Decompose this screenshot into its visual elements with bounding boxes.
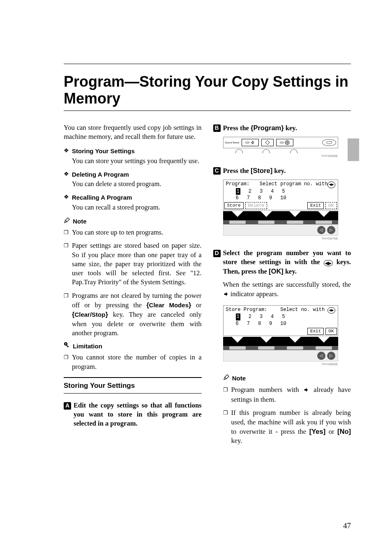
arrow-left-button: ◁ (317, 226, 325, 234)
program-indicator-icon (223, 290, 229, 299)
program-glyph-icon (250, 140, 255, 145)
lcd-num: 2 (249, 188, 251, 195)
step-4: D Select the program number you want to … (213, 249, 351, 276)
lcd-buttons: Store Delete Exit OK (224, 202, 337, 209)
lcd-num: 9 (269, 320, 272, 327)
step-number-icon: B (213, 124, 221, 132)
lcd-row: 6 7 8 9 10 (224, 195, 337, 201)
note-item: You can store up to ten programs. (64, 228, 202, 237)
lcd-button-disabled: Delete (245, 202, 267, 209)
note-item: If this program number is already being … (223, 408, 351, 445)
lcd-num: 6 (236, 195, 239, 201)
lcd-header-right: Select program no. with◀▶ (260, 181, 335, 188)
chapter-tab (348, 138, 359, 161)
keypad-key (229, 221, 246, 224)
keypad-key (287, 346, 303, 350)
arrow-keys-icon: ◀▶ (327, 307, 335, 314)
step-text: Select the program number you want to st… (223, 249, 351, 276)
arrow-right-button: ▷ (327, 352, 335, 360)
note-item: Program numbers with already have settin… (223, 385, 351, 405)
triangle-down-icon (261, 337, 272, 343)
lcd-num: 10 (280, 195, 286, 201)
function-text: You can delete a stored program. (72, 180, 161, 188)
functions-list: Storing Your Settings You can store your… (64, 147, 202, 212)
figure-code: THYS660E (223, 362, 338, 367)
keypad-key (258, 346, 274, 350)
lcd-num: 10 (280, 320, 286, 327)
step-number-icon: D (213, 250, 221, 257)
function-label: Deleting A Program (72, 170, 202, 179)
lcd-figure-2: Store Program: Select no. with ◀▶ 1 2 3 … (223, 305, 351, 367)
lcd-num: 8 (258, 195, 261, 201)
section-separator (64, 377, 202, 378)
lcd-row: 1 2 3 4 5 (224, 188, 337, 195)
figure-code: THYSA90E (223, 154, 338, 159)
lcd-buttons: Exit OK (224, 328, 337, 335)
step-text: Press the {Program} key. (223, 123, 351, 133)
lcd-num: 7 (247, 195, 250, 201)
arrow-keys-icon: ◀▶ (324, 260, 333, 267)
panel-button (276, 139, 293, 146)
keypad: ◁▷ (223, 211, 338, 236)
panel-label: Sound Decal (225, 141, 239, 144)
function-text: You can recall a stored program. (72, 203, 160, 211)
function-item: Recalling A Program You can recall a sto… (64, 193, 202, 212)
lcd-num: 7 (247, 320, 250, 327)
right-column: B Press the {Program} key. Sound Decal (213, 123, 351, 450)
function-label: Storing Your Settings (72, 147, 202, 155)
lcd-num: 4 (271, 188, 274, 195)
arrow-left-button: ◁ (317, 352, 325, 360)
page-number: 47 (343, 521, 351, 530)
lcd-row: 1 2 3 4 5 (224, 313, 337, 320)
step-text: Edit the copy settings so that all funct… (74, 401, 202, 428)
triangle-down-icon (261, 211, 272, 217)
function-item: Deleting A Program You can delete a stor… (64, 170, 202, 189)
step-1: A Edit the copy settings so that all fun… (64, 401, 202, 428)
title-underline (64, 111, 351, 111)
limitation-item: You cannot store the number of copies in… (64, 353, 202, 371)
triangle-down-icon (318, 337, 330, 343)
arrow-keys-icon: ◀▶ (327, 182, 335, 188)
keypad-key (258, 221, 274, 224)
lcd-row: 6 7 8 9 10 (224, 320, 337, 327)
left-column: You can store frequently used copy job s… (64, 123, 202, 450)
limitation-list: You cannot store the number of copies in… (64, 353, 202, 371)
panel-knob (290, 149, 297, 153)
lcd-button: Store (224, 202, 244, 209)
triangle-down-icon (289, 337, 301, 343)
step-2: B Press the {Program} key. (213, 123, 351, 133)
triangle-down-icon (289, 211, 301, 217)
figure-code: THYS670E (223, 237, 338, 241)
lcd-button: Exit (307, 202, 324, 209)
control-panel-figure: Sound Decal (223, 137, 351, 159)
note-heading-right: Note (223, 374, 351, 382)
step-number-icon: A (64, 402, 71, 410)
triangle-down-icon (232, 211, 243, 217)
page-title: Program—Storing Your Copy Settings in Me… (64, 73, 351, 107)
pencil-icon (64, 217, 71, 223)
function-item: Storing Your Settings You can store your… (64, 147, 202, 166)
lcd-num: 5 (282, 188, 285, 195)
lcd-button-disabled: OK (325, 202, 337, 209)
lcd-num: 9 (269, 195, 272, 201)
step-result: When the settings are successfully store… (223, 280, 351, 299)
notes-left-list: You can store up to ten programs. Paper … (64, 228, 202, 338)
key-icon (64, 342, 71, 348)
arrow-right-button: ▷ (327, 226, 335, 234)
lcd-button: Exit (307, 328, 324, 335)
subheading-underline (64, 393, 202, 394)
lcd-num: 2 (249, 313, 251, 320)
triangle-down-icon (232, 337, 243, 343)
lcd-button: OK (325, 328, 337, 335)
keypad-key (287, 221, 303, 224)
keypad-key (316, 221, 332, 224)
panel-button (261, 139, 274, 146)
lcd-num: 3 (260, 313, 263, 320)
lcd-figure-1: Program: Select program no. with◀▶ 1 2 3… (223, 180, 351, 241)
step-number-icon: C (213, 167, 221, 175)
lcd-header-right: Select no. with ◀▶ (280, 306, 335, 314)
lcd-screen: Program: Select program no. with◀▶ 1 2 3… (223, 180, 338, 210)
panel-mode-button (322, 139, 336, 146)
lcd-num: 6 (236, 320, 239, 327)
panel-button (242, 139, 259, 146)
